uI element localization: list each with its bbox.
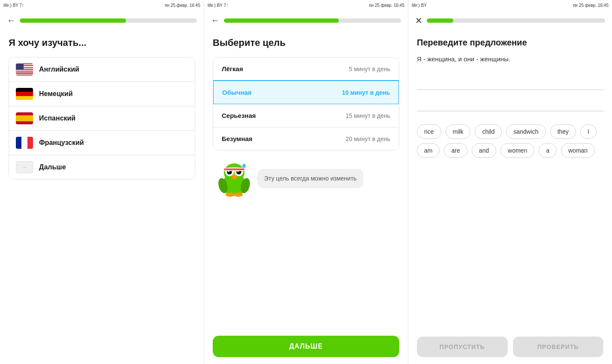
flag-fr-red [27, 137, 33, 149]
mascot-text: Эту цель всегда можно изменить [264, 175, 356, 182]
panel-goal-select: ← Выберите цель Лёгкая 5 минут в день Об… [204, 10, 408, 364]
svg-point-16 [242, 164, 246, 168]
panel-content-3: Переведите предложение Я - женщина, и он… [408, 31, 612, 330]
word-chip-i[interactable]: I [580, 124, 597, 139]
bottom-buttons: ПРОПУСТИТЬ ПРОВЕРИТЬ [408, 330, 612, 364]
flag-de-black [16, 88, 33, 92]
progress-fill-1 [20, 18, 126, 23]
flag-fr-white [21, 137, 27, 149]
flag-es-yellow [16, 115, 33, 121]
word-chip-are[interactable]: are [444, 143, 467, 158]
language-name-spanish: Испанский [39, 114, 75, 122]
goal-time-normal: 10 минут в день [342, 89, 390, 96]
goal-item-serious[interactable]: Серьезная 15 минут в день [213, 104, 399, 127]
status-left-1: life:) BY 7↑ [3, 3, 24, 8]
more-dots-icon: ··· [22, 164, 27, 170]
nav-bar-1: ← [0, 10, 204, 30]
language-select-title: Я хочу изучать... [9, 37, 195, 48]
skip-button[interactable]: ПРОПУСТИТЬ [417, 337, 508, 357]
goal-name-serious: Серьезная [222, 112, 256, 119]
progress-bar-3 [427, 18, 605, 23]
svg-point-6 [234, 193, 243, 197]
flag-us-inner [16, 63, 33, 75]
status-time-3: пн 25 февр. 16:45 [573, 3, 609, 8]
word-bank: rice milk child sandwich they I am are a… [417, 120, 603, 162]
word-chip-women[interactable]: women [500, 143, 534, 158]
status-time-1: пн 25 февр. 16:45 [165, 3, 200, 8]
flag-us [16, 63, 33, 75]
language-item-more[interactable]: ··· Дальше [9, 155, 195, 179]
status-left-2: life:) BY 7↑ [208, 3, 228, 8]
goal-item-normal[interactable]: Обычная 10 минут в день [213, 80, 399, 105]
status-time-2: пн 25 февр. 16:45 [369, 3, 404, 8]
goal-list: Лёгкая 5 минут в день Обычная 10 минут в… [213, 57, 399, 150]
status-panel-2: life:) BY 7↑ пн 25 февр. 16:45 [204, 0, 408, 10]
flag-es [16, 112, 33, 124]
language-item-spanish[interactable]: Испанский [9, 106, 195, 131]
flag-fr [16, 137, 33, 149]
status-panel-3: life:) BY пн 25 февр. 16:45 [408, 0, 612, 10]
word-chip-rice[interactable]: rice [417, 124, 441, 139]
panel-content-2: Выберите цель Лёгкая 5 минут в день Обыч… [204, 30, 408, 329]
next-button[interactable]: ДАЛЬШЕ [213, 336, 399, 357]
nav-bar-3: ✕ [408, 10, 612, 31]
language-name-more: Дальше [39, 163, 66, 171]
back-button-2[interactable]: ← [211, 15, 220, 25]
panels-container: ← Я хочу изучать... Английский [0, 10, 612, 364]
progress-fill-2 [224, 18, 339, 23]
goal-item-crazy[interactable]: Безумная 20 минут в день [213, 127, 399, 150]
status-panel-1: life:) BY 7↑ пн 25 февр. 16:45 [0, 0, 204, 10]
goal-time-serious: 15 минут в день [346, 112, 390, 119]
word-chip-woman[interactable]: woman [561, 143, 595, 158]
flag-fr-blue [16, 137, 21, 149]
source-sentence: Я - женщина, и они - женщины. [417, 54, 603, 64]
progress-fill-3 [427, 18, 453, 23]
carrier-2: life:) BY 7↑ [208, 3, 228, 8]
word-chip-milk[interactable]: milk [446, 124, 471, 139]
language-item-german[interactable]: Немецкий [9, 82, 195, 106]
flag-es-red-top [16, 112, 33, 115]
status-right-2: пн 25 февр. 16:45 [369, 3, 404, 8]
goal-time-easy: 5 минут в день [349, 66, 390, 72]
word-chip-and[interactable]: and [472, 143, 496, 158]
word-chip-child[interactable]: child [475, 124, 502, 139]
goal-select-title: Выберите цель [213, 37, 399, 48]
panel-bottom-2: ДАЛЬШЕ [204, 329, 408, 364]
svg-point-13 [231, 175, 237, 179]
status-bar: life:) BY 7↑ пн 25 февр. 16:45 life:) BY… [0, 0, 612, 10]
carrier-3: life:) BY [412, 3, 427, 8]
speech-bubble: Эту цель всегда можно изменить [257, 169, 363, 188]
panel-language-select: ← Я хочу изучать... Английский [0, 10, 204, 364]
flag-es-inner [16, 112, 33, 124]
answer-line-2[interactable] [417, 94, 603, 111]
back-button-1[interactable]: ← [7, 15, 15, 25]
language-name-german: Немецкий [39, 90, 73, 98]
language-name-english: Английский [39, 66, 79, 73]
language-name-french: Французский [39, 139, 84, 147]
svg-rect-15 [224, 168, 244, 170]
goal-item-easy[interactable]: Лёгкая 5 минут в день [213, 57, 399, 81]
check-button[interactable]: ПРОВЕРИТЬ [513, 337, 604, 357]
language-item-english[interactable]: Английский [9, 57, 195, 82]
flag-de-red [16, 92, 33, 96]
flag-es-red-bottom [16, 121, 33, 124]
panel-translation: ✕ Переведите предложение Я - женщина, и … [408, 10, 612, 364]
word-chip-a[interactable]: a [539, 143, 557, 158]
carrier-1: life:) BY 7↑ [3, 3, 24, 8]
mascot-area: Эту цель всегда можно изменить [213, 159, 399, 198]
flag-de [16, 88, 33, 100]
language-item-french[interactable]: Французский [9, 131, 195, 155]
status-right-1: пн 25 февр. 16:45 [165, 3, 200, 8]
panel-content-1: Я хочу изучать... Английский [0, 30, 204, 364]
nav-bar-2: ← [204, 10, 408, 30]
status-left-3: life:) BY [412, 3, 427, 8]
answer-line-1[interactable] [417, 73, 603, 90]
close-button[interactable]: ✕ [415, 15, 422, 26]
goal-name-easy: Лёгкая [222, 65, 243, 72]
flag-de-yellow [16, 96, 33, 100]
word-chip-am[interactable]: am [417, 143, 440, 158]
word-chip-they[interactable]: they [550, 124, 576, 139]
language-list: Английский Немецкий [9, 57, 195, 180]
word-chip-sandwich[interactable]: sandwich [506, 124, 546, 139]
goal-time-crazy: 20 минут в день [346, 135, 390, 142]
